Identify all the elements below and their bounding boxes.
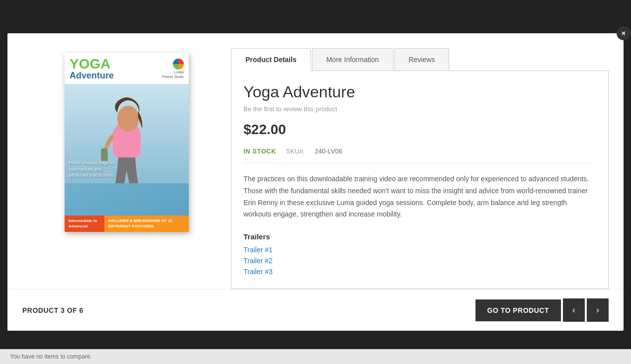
luma-logo: LUMAFitness Studio xyxy=(162,59,184,79)
product-counter: PRODUCT 3 OF 6 xyxy=(22,306,83,314)
tab-more-information[interactable]: More Information xyxy=(312,48,394,71)
next-product-button[interactable]: › xyxy=(587,298,609,322)
cover-level-badge: Intermediate to Advanced xyxy=(65,216,104,232)
cover-title-adventure: Adventure xyxy=(70,71,114,81)
trailer-link-2[interactable]: Trailer #2 xyxy=(243,257,593,265)
close-icon: × xyxy=(622,29,626,37)
bottom-compare-bar: You have no items to compare. xyxy=(0,349,631,364)
modal-body: YOGA Adventure LUMAFitness Studio xyxy=(7,33,624,289)
tabs-bar: Product Details More Information Reviews xyxy=(231,48,609,71)
product-title: Yoga Adventure xyxy=(243,83,593,101)
svg-point-1 xyxy=(117,106,139,132)
cover-bottom-bar: Intermediate to Advanced INCLUDES A BREA… xyxy=(65,216,189,232)
go-to-product-button[interactable]: GO TO PRODUCT xyxy=(475,299,561,321)
cover-includes-text: INCLUDES A BREAKDOWN OF 12 DIFFERENT POS… xyxy=(104,216,189,232)
product-price: $22.00 xyxy=(243,122,593,138)
product-image-wrap: YOGA Adventure LUMAFitness Studio xyxy=(22,48,231,289)
cover-top-bar: YOGA Adventure LUMAFitness Studio xyxy=(65,53,189,84)
chevron-left-icon: ‹ xyxy=(572,305,575,315)
compare-text: You have no items to compare. xyxy=(10,353,92,360)
luma-text: LUMAFitness Studio xyxy=(162,71,184,79)
cover-description: Power vinyasa yoga for intermediate and … xyxy=(69,160,118,179)
trailers-section: Trailers Trailer #1 Trailer #2 Trailer #… xyxy=(243,232,593,276)
stock-sku-row: IN STOCK SKU#: 240-LV06 xyxy=(243,147,593,163)
sku-label: SKU#: xyxy=(286,147,305,155)
cover-title-area: YOGA Adventure xyxy=(70,57,114,81)
footer-right: GO TO PRODUCT ‹ › xyxy=(475,298,609,322)
product-info: Product Details More Information Reviews… xyxy=(231,48,609,289)
trailer-link-1[interactable]: Trailer #1 xyxy=(243,246,593,254)
tab-content-product-details: Yoga Adventure Be the first to review th… xyxy=(231,71,609,289)
tab-product-details[interactable]: Product Details xyxy=(231,48,311,71)
trailers-heading: Trailers xyxy=(243,232,593,241)
modal-footer: PRODUCT 3 OF 6 GO TO PRODUCT ‹ › xyxy=(7,289,624,331)
chevron-right-icon: › xyxy=(596,305,599,315)
close-button[interactable]: × xyxy=(617,26,631,40)
review-link[interactable]: Be the first to review this product xyxy=(243,105,593,113)
trailer-link-3[interactable]: Trailer #3 xyxy=(243,268,593,276)
product-description: The practices on this downloadable train… xyxy=(243,173,593,220)
tab-reviews[interactable]: Reviews xyxy=(394,48,450,71)
cover-title-yoga: YOGA xyxy=(70,57,114,71)
luma-circle-icon xyxy=(173,59,184,70)
product-modal: × YOGA Adventure LUMAFitness Studio xyxy=(7,33,624,331)
product-cover-image: YOGA Adventure LUMAFitness Studio xyxy=(65,53,189,232)
stock-status: IN STOCK xyxy=(243,147,276,155)
modal-overlay: × YOGA Adventure LUMAFitness Studio xyxy=(0,0,631,364)
prev-product-button[interactable]: ‹ xyxy=(563,298,585,322)
sku-value: 240-LV06 xyxy=(315,147,342,155)
